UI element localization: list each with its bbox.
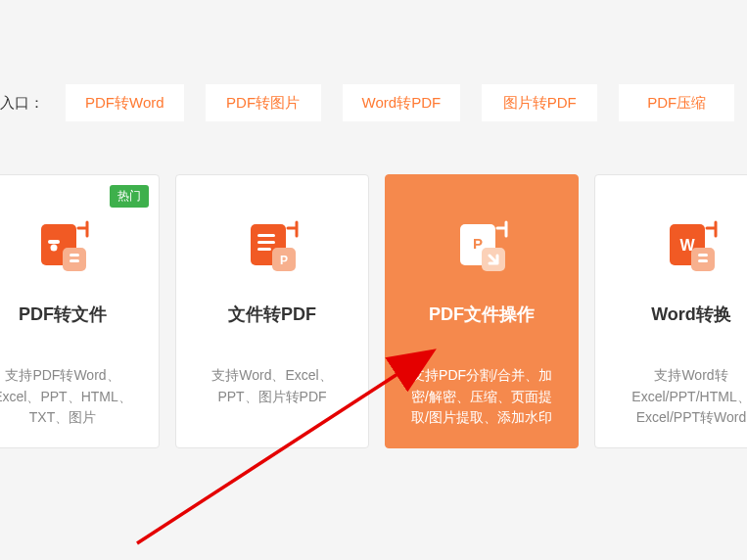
card-desc: 支持PDF转Word、Excel、PPT、HTML、TXT、图片: [0, 365, 145, 429]
card-title: 文件转PDF: [228, 303, 316, 326]
card-desc: 支持Word、Excel、PPT、图片转PDF: [190, 365, 354, 407]
word-convert-icon: W: [662, 218, 721, 277]
svg-rect-9: [257, 248, 271, 251]
tab-pdf-to-word[interactable]: PDF转Word: [66, 84, 184, 121]
card-desc: 支持Word转Excel/PPT/HTML、Excel/PPT转Word: [609, 365, 747, 429]
svg-rect-18: [698, 254, 708, 257]
svg-rect-1: [48, 240, 60, 244]
hot-badge: 热门: [110, 185, 149, 208]
card-word-convert[interactable]: W Word转换 支持Word转Excel/PPT/HTML、Excel/PPT…: [594, 174, 747, 448]
card-title: Word转换: [651, 303, 731, 326]
svg-rect-7: [257, 234, 275, 237]
card-pdf-operations[interactable]: P PDF文件操作 支持PDF分割/合并、加密/解密、压缩、页面提取/图片提取、…: [385, 174, 579, 448]
card-pdf-to-file[interactable]: 热门 PDF转文件 支持PDF转Word、Excel、PPT、HTML、TXT、…: [0, 174, 160, 448]
tab-pdf-to-image[interactable]: PDF转图片: [206, 84, 321, 121]
svg-text:P: P: [473, 235, 483, 252]
tab-image-to-pdf[interactable]: 图片转PDF: [482, 84, 597, 121]
svg-text:P: P: [280, 254, 288, 267]
svg-point-2: [51, 245, 58, 252]
tab-word-to-pdf[interactable]: Word转PDF: [343, 84, 461, 121]
card-file-to-pdf[interactable]: P 文件转PDF 支持Word、Excel、PPT、图片转PDF: [175, 174, 369, 448]
svg-rect-19: [698, 259, 708, 262]
svg-rect-8: [257, 241, 275, 244]
tab-pdf-compress[interactable]: PDF压缩: [619, 84, 734, 121]
entry-label: 入口：: [0, 94, 44, 113]
pdf-to-file-icon: [33, 218, 92, 277]
card-title: PDF转文件: [19, 303, 107, 326]
pdf-operations-icon: P: [452, 218, 511, 277]
svg-rect-5: [70, 259, 79, 262]
file-to-pdf-icon: P: [243, 218, 302, 277]
svg-rect-4: [70, 254, 79, 257]
card-title: PDF文件操作: [429, 303, 535, 326]
card-desc: 支持PDF分割/合并、加密/解密、压缩、页面提取/图片提取、添加水印: [399, 365, 564, 429]
